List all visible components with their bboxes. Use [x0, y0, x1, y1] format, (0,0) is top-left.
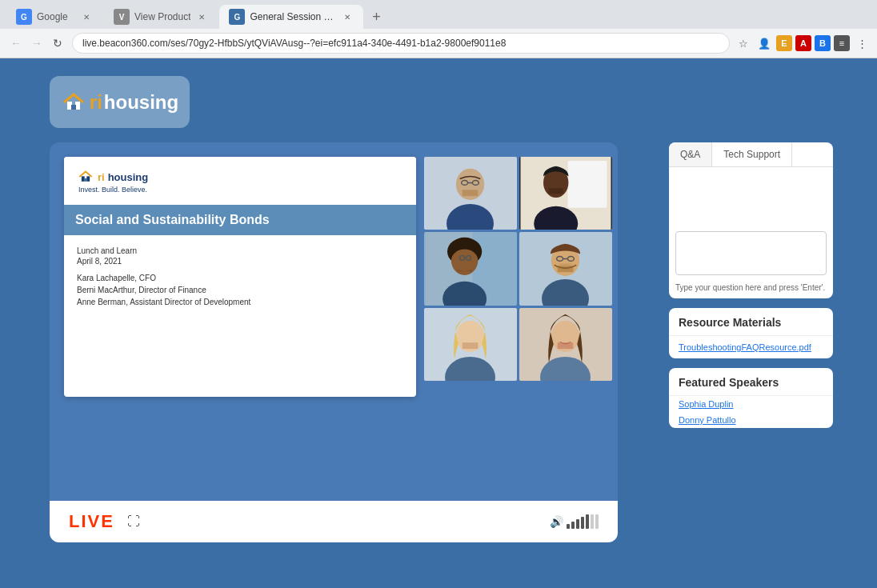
back-button[interactable]: ←	[6, 34, 26, 53]
tab-favicon-general-session: G	[229, 9, 245, 25]
logo-container: rihousing	[50, 76, 190, 128]
logo-ri: ri	[90, 91, 102, 114]
bookmark-icon[interactable]: ☆	[735, 34, 752, 52]
slide-area: rihousing Invest. Build. Believe. Social…	[64, 157, 416, 542]
slide-logo-icon	[77, 170, 94, 184]
video-cell-2	[519, 157, 612, 230]
tab-qa[interactable]: Q&A	[669, 142, 712, 166]
extension-icon-4[interactable]: ≡	[834, 35, 850, 51]
tab-favicon-google: G	[16, 9, 32, 25]
qa-hint: Type your question here and press 'Enter…	[669, 280, 833, 298]
video-cell-1	[424, 157, 517, 230]
address-input[interactable]	[72, 33, 730, 54]
tab-favicon-view-product: V	[114, 9, 130, 25]
person-4-svg	[519, 232, 612, 305]
svg-rect-5	[84, 178, 87, 182]
speakers-title: Featured Speakers	[669, 368, 833, 396]
svg-rect-12	[463, 190, 479, 196]
qa-input-wrapper	[669, 231, 833, 280]
presenter-1: Kara Lachapelle, CFO	[77, 272, 403, 284]
person-1-svg	[424, 157, 517, 230]
tab-bar: G Google ✕ V View Product ✕ G General Se…	[0, 0, 877, 29]
speakers-panel: Featured Speakers Sophia Duplin Donny Pa…	[669, 368, 833, 428]
browser-chrome: G Google ✕ V View Product ✕ G General Se…	[0, 0, 877, 58]
vol-bar-3	[576, 519, 579, 529]
logo: rihousing	[61, 90, 178, 115]
expand-icon[interactable]: ⛶	[127, 514, 140, 529]
video-cell-6	[519, 308, 612, 381]
resource-link[interactable]: TroubleshootingFAQResource.pdf	[669, 336, 833, 358]
slide-logo-ri: ri	[98, 171, 105, 183]
slide-presenters: Kara Lachapelle, CFO Berni MacArthur, Di…	[77, 272, 403, 308]
tab-label-google: Google	[37, 11, 75, 22]
logo-housing: housing	[104, 91, 178, 114]
menu-icon[interactable]: ⋮	[853, 34, 871, 52]
qa-body	[669, 167, 833, 231]
tab-close-view-product[interactable]: ✕	[195, 10, 208, 23]
resource-title: Resource Materials	[669, 308, 833, 336]
person-2-svg	[519, 157, 612, 230]
tab-general-session[interactable]: G General Session - Resilience ✕	[219, 5, 363, 29]
toolbar-icons: ☆ 👤 E A B ≡ ⋮	[735, 34, 871, 52]
forward-button[interactable]: →	[27, 34, 46, 53]
speaker-link-2[interactable]: Donny Pattullo	[669, 412, 833, 428]
person-3-svg	[424, 232, 517, 305]
tab-label-general-session: General Session - Resilience	[250, 11, 336, 22]
vol-bar-4	[581, 517, 584, 529]
svg-rect-20	[549, 188, 563, 194]
tab-tech-support[interactable]: Tech Support	[712, 142, 792, 166]
extension-icon-3[interactable]: B	[815, 35, 831, 51]
resource-panel: Resource Materials TroubleshootingFAQRes…	[669, 308, 833, 358]
tab-close-general-session[interactable]: ✕	[341, 10, 354, 23]
slide-date: April 8, 2021	[77, 257, 403, 266]
vol-bar-2	[571, 522, 575, 529]
extension-icon-2[interactable]: A	[795, 35, 811, 51]
slide-logo-housing: housing	[108, 171, 149, 183]
new-tab-button[interactable]: +	[365, 6, 387, 28]
tab-google[interactable]: G Google ✕	[6, 5, 102, 29]
video-cell-5	[424, 308, 517, 381]
vol-bar-7	[595, 514, 599, 529]
tab-close-google[interactable]: ✕	[80, 10, 93, 23]
controls-bar: LIVE ⛶ 🔊	[50, 501, 618, 542]
volume-icon[interactable]: 🔊	[550, 515, 563, 528]
qa-tabs: Q&A Tech Support	[669, 142, 833, 167]
vol-bar-1	[567, 524, 570, 529]
svg-point-27	[451, 250, 478, 271]
slide-tagline: Invest. Build. Believe.	[78, 186, 403, 194]
nav-buttons: ← → ↻	[6, 34, 67, 53]
right-sidebar: Q&A Tech Support Type your question here…	[669, 142, 833, 542]
person-5-svg	[424, 308, 517, 381]
address-bar-row: ← → ↻ ☆ 👤 E A B ≡ ⋮	[0, 29, 877, 58]
refresh-button[interactable]: ↻	[48, 34, 67, 53]
svg-rect-41	[463, 342, 479, 349]
slide-logo: rihousing	[77, 170, 403, 184]
speaker-link-1[interactable]: Sophia Duplin	[669, 396, 833, 412]
video-cell-4	[519, 232, 612, 305]
qa-panel: Q&A Tech Support Type your question here…	[669, 142, 833, 298]
qa-input[interactable]	[675, 231, 827, 275]
slide-title-box: Social and Sustainability Bonds	[64, 205, 416, 235]
video-grid	[424, 157, 612, 381]
slide-title: Social and Sustainability Bonds	[75, 213, 405, 227]
page-content: rihousing rihousing Invest.	[0, 58, 877, 588]
volume-area: 🔊	[550, 514, 599, 529]
svg-rect-2	[71, 105, 76, 110]
slide-container: rihousing Invest. Build. Believe. Social…	[64, 157, 416, 397]
extension-icon-1[interactable]: E	[776, 35, 792, 51]
tab-view-product[interactable]: V View Product ✕	[104, 5, 218, 29]
slide-subtitle: Lunch and Learn	[77, 246, 403, 255]
slide-body: Lunch and Learn April 8, 2021 Kara Lacha…	[64, 240, 416, 314]
presenter-2: Berni MacArthur, Director of Finance	[77, 284, 403, 296]
slide-header: rihousing Invest. Build. Believe.	[64, 157, 416, 200]
vol-bar-5	[586, 514, 589, 529]
tab-label-view-product: View Product	[134, 11, 190, 22]
live-badge: LIVE	[69, 511, 114, 532]
video-cell-3	[424, 232, 517, 305]
vol-bar-6	[591, 514, 594, 529]
volume-bars[interactable]	[567, 514, 599, 529]
main-area: rihousing Invest. Build. Believe. Social…	[50, 142, 618, 542]
housing-logo-icon	[61, 90, 86, 115]
profile-icon[interactable]: 👤	[755, 34, 773, 52]
person-6-svg	[519, 308, 612, 381]
